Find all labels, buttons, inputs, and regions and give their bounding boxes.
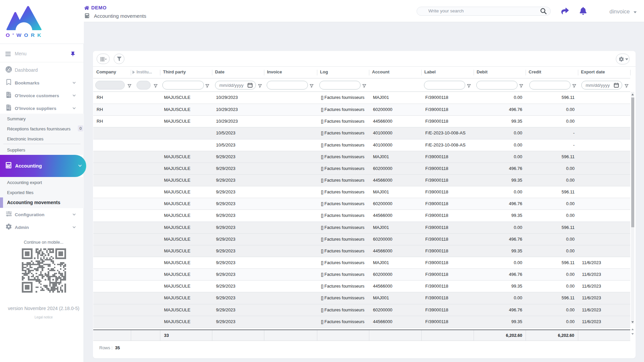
svg-text:O'WORK: O'WORK: [6, 32, 42, 38]
